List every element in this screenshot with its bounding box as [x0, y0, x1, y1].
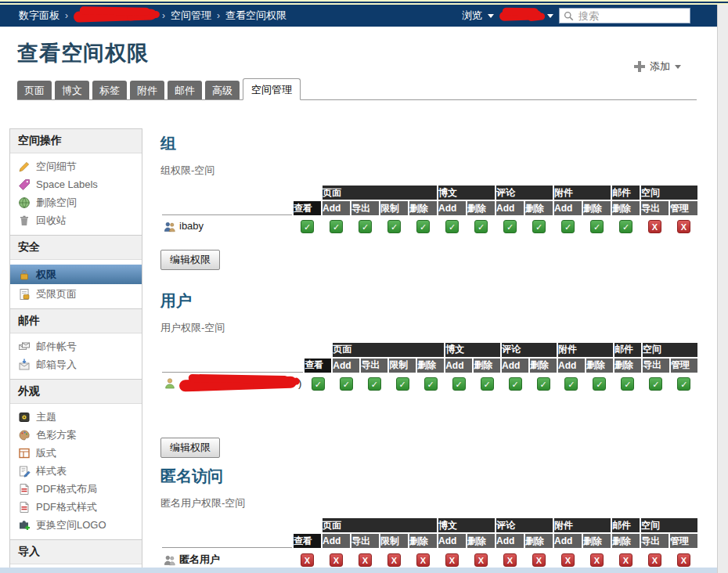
sidebar-item-样式表[interactable]: 样式表 [10, 462, 142, 480]
bottom-strip [0, 568, 717, 573]
column-header: 限制 [389, 359, 416, 373]
permission-denied-icon: X [648, 553, 661, 567]
column-group-header: 评论 [502, 343, 557, 357]
sidebar-item-label: 受限页面 [36, 287, 77, 301]
admin-sidebar: 空间操作空间细节Space Labels删除空间回收站安全权限受限页面邮件邮件帐… [9, 128, 142, 573]
column-header: 导出 [641, 534, 669, 548]
restricted-page-icon [18, 288, 31, 301]
sidebar-item-PDF格式布局[interactable]: PDF格式布局 [10, 480, 142, 498]
sidebar-item-版式[interactable]: 版式 [10, 444, 142, 462]
browser-notice-strip [0, 0, 728, 5]
column-header: 管理 [670, 201, 697, 215]
pencil-icon [18, 160, 31, 173]
add-menu-button[interactable]: 添加 [634, 59, 681, 74]
breadcrumb-separator: › [65, 10, 68, 21]
permissions-table: 页面博文评论附件邮件空间查看Add导出限制删除Add删除Add删除Add删除删除… [160, 184, 699, 237]
sidebar-item-更换空间LOGO[interactable]: 更换空间LOGO [10, 516, 142, 534]
sidebar-item-label: 样式表 [36, 464, 67, 478]
sidebar-item-主题[interactable]: 主题 [10, 408, 142, 426]
mail-import-icon [18, 359, 31, 371]
sidebar-item-label: 邮件帐号 [36, 340, 77, 353]
sidebar-item-受限页面[interactable]: 受限页面 [10, 285, 142, 303]
permission-granted-icon: ✓ [503, 220, 517, 233]
sidebar-item-label: Space Labels [36, 178, 98, 191]
column-group-header: 邮件 [612, 518, 640, 532]
search-box[interactable] [559, 8, 690, 23]
permissions-table: 页面博文评论附件邮件空间查看Add导出限制删除Add删除Add删除Add删除删除… [160, 341, 699, 395]
layout-icon [18, 447, 31, 459]
permission-denied-icon: X [503, 553, 517, 567]
palette-icon [18, 429, 31, 441]
sidebar-section: 邮件邮件帐号邮箱导入 [10, 308, 142, 379]
permission-granted-icon: ✓ [445, 220, 459, 233]
column-header: 查看 [294, 201, 321, 215]
logo-puzzle-icon [18, 519, 31, 532]
tab-attachments[interactable]: 附件 [130, 81, 164, 99]
sidebar-section: 外观主题色彩方案版式样式表PDF格式布局PDF格式样式更换空间LOGO [10, 379, 142, 539]
add-menu-label: 添加 [650, 59, 670, 74]
permission-granted-icon: ✓ [564, 377, 578, 391]
permission-row: )✓✓✓✓✓✓✓✓✓✓✓✓✓✓ [162, 374, 697, 393]
column-header: 删除 [612, 534, 640, 548]
breadcrumb-dashboard[interactable]: 数字面板 [19, 9, 59, 23]
plus-icon [634, 61, 645, 72]
edit-permissions-button[interactable]: 编辑权限 [160, 250, 220, 270]
permission-section: 组组权限-空间页面博文评论附件邮件空间查看Add导出限制删除Add删除Add删除… [160, 133, 699, 270]
search-input[interactable] [577, 9, 683, 23]
column-header: 删除 [614, 359, 641, 373]
sidebar-item-色彩方案[interactable]: 色彩方案 [10, 426, 142, 444]
column-header: 查看 [294, 534, 321, 548]
column-group-header: 博文 [445, 343, 500, 357]
tab-pages[interactable]: 页面 [17, 81, 52, 99]
sidebar-item-空间细节[interactable]: 空间细节 [10, 157, 142, 175]
column-header: 删除 [586, 359, 613, 373]
permission-denied-icon: X [648, 220, 661, 233]
scrollbar-track[interactable] [717, 5, 728, 573]
permission-granted-icon: ✓ [340, 377, 353, 391]
permission-section: 匿名访问匿名用户权限-空间页面博文评论附件邮件空间查看Add导出限制删除Add删… [160, 466, 699, 573]
column-header: Add [496, 201, 524, 215]
sidebar-item-删除空间[interactable]: 删除空间 [10, 193, 142, 211]
sidebar-item-PDF格式样式[interactable]: PDF格式样式 [10, 498, 142, 516]
sidebar-item-label: 回收站 [36, 214, 67, 227]
tab-space-admin[interactable]: 空间管理 [243, 78, 301, 100]
tab-advanced[interactable]: 高级 [205, 81, 240, 99]
globe-icon [18, 196, 31, 209]
sidebar-item-邮件帐号[interactable]: 邮件帐号 [10, 337, 142, 355]
sidebar-section-header: 外观 [10, 379, 142, 404]
permission-granted-icon: ✓ [593, 377, 606, 391]
sidebar-item-label: PDF格式样式 [36, 500, 97, 514]
breadcrumb-space-admin[interactable]: 空间管理 [171, 9, 211, 23]
breadcrumb-separator: › [162, 10, 165, 21]
top-navigation-bar: 数字面板 › › 空间管理 › 查看空间权限 浏览 [0, 5, 717, 27]
sidebar-item-权限[interactable]: 权限 [10, 265, 142, 284]
edit-permissions-button[interactable]: 编辑权限 [160, 438, 220, 458]
anonymous-icon [164, 553, 179, 565]
sidebar-item-回收站[interactable]: 回收站 [10, 211, 142, 229]
sidebar-item-label: 版式 [36, 446, 56, 459]
sidebar-item-label: 更换空间LOGO [36, 518, 106, 532]
sidebar-section-header: 安全 [10, 235, 142, 260]
sidebar-item-Space Labels[interactable]: Space Labels [10, 175, 142, 193]
column-header: 删除 [409, 534, 437, 548]
permission-denied-icon: X [359, 553, 372, 567]
pdf-icon [18, 501, 31, 514]
permission-granted-icon: ✓ [474, 220, 488, 233]
permission-section: 用户用户权限-空间页面博文评论附件邮件空间查看Add导出限制删除Add删除Add… [160, 290, 699, 459]
permission-denied-icon: X [590, 553, 604, 567]
permission-granted-icon: ✓ [481, 377, 494, 391]
column-header: 删除 [467, 534, 495, 548]
tab-labels[interactable]: 标签 [92, 81, 127, 99]
tab-blog[interactable]: 博文 [55, 81, 89, 99]
section-heading: 匿名访问 [160, 466, 699, 487]
browse-menu[interactable]: 浏览 [462, 9, 482, 23]
sidebar-item-邮箱导入[interactable]: 邮箱导入 [10, 355, 142, 373]
sidebar-section-header: 空间操作 [10, 129, 142, 153]
column-header: Add [445, 359, 472, 373]
tab-mail[interactable]: 邮件 [168, 81, 202, 99]
redacted-name-scribble [179, 376, 297, 391]
column-group-header: 页面 [323, 518, 437, 532]
section-subtitle: 组权限-空间 [160, 164, 699, 178]
column-header: 导出 [351, 534, 379, 548]
permission-granted-icon: ✓ [301, 220, 314, 233]
